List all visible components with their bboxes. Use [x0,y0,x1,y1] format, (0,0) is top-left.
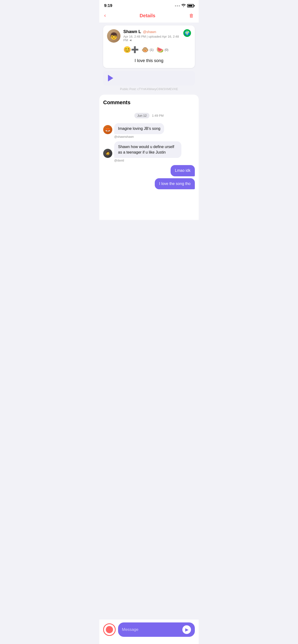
audio-player [103,71,195,85]
avatar: 👦 [107,29,120,43]
comments-title: Comments [103,100,195,106]
nav-header: ‹ Details 🗑 [99,10,199,22]
post-card: 👦 Shawn L @shawn Apr 16, 2:48 PM | uploa… [103,26,195,68]
own-message: Lmao idk [103,165,195,176]
play-button[interactable] [108,75,113,82]
battery-icon [187,4,194,8]
timestamp-separator: Jun 12 1:49 PM [103,113,195,118]
author-name: Shawn L [123,29,141,34]
comment-handle-david: @david [114,159,195,162]
public-post-id: Public Post: cTYnK4WeeyC6W3XMEVXE [103,87,195,91]
comments-section: Comments Jun 12 1:49 PM 🦊 Imagine loving… [99,95,199,220]
post-author: Shawn L @shawn [123,29,181,34]
comment-bubble: Shawn how would u define urself as a tee… [114,141,181,158]
comment-avatar-shawnshawn: 🦊 [103,125,112,134]
visibility-globe: 🌍 [183,29,191,37]
wifi-icon [181,4,186,8]
date-badge: Jun 12 [134,113,150,118]
status-time: 9:19 [104,3,112,8]
add-reaction-button[interactable]: 😊➕ [123,46,139,54]
delete-button[interactable]: 🗑 [189,13,194,18]
post-timestamp: Apr 16, 2:48 PM | uploaded Apr 16, 2:48 … [123,35,181,42]
comment-bubble: Imagine loving JB's song [114,123,164,134]
comment-avatar-david: 🧔 [103,149,112,158]
post-header: 👦 Shawn L @shawn Apr 16, 2:48 PM | uploa… [107,29,191,43]
comment-row: 🧔 Shawn how would u define urself as a t… [103,141,195,158]
author-handle: @shawn [143,30,156,34]
own-bubble: Lmao idk [171,165,195,176]
post-meta: Shawn L @shawn Apr 16, 2:48 PM | uploade… [123,29,181,42]
post-content: I love this song [107,56,191,64]
reaction-monkey[interactable]: 🐵 (1) [141,46,154,53]
signal-dots [175,5,180,6]
own-message: I love the song tho [103,178,195,189]
comment-handle-shawnshawn: @shawnshawn [114,135,195,138]
reaction-watermelon[interactable]: 🍉 (0) [157,46,169,53]
back-button[interactable]: ‹ [104,12,106,19]
status-bar: 9:19 [99,0,199,10]
page-title: Details [140,13,156,18]
post-reactions: 😊➕ 🐵 (1) 🍉 (0) [107,46,191,54]
status-icons [175,4,194,8]
comment-row: 🦊 Imagine loving JB's song [103,123,195,134]
time-label: 1:49 PM [152,114,163,118]
own-bubble: I love the song tho [155,178,195,189]
